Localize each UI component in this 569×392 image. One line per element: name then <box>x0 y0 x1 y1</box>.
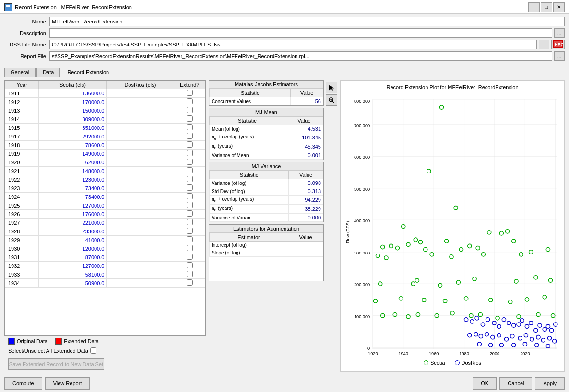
cancel-button[interactable]: Cancel <box>499 377 532 390</box>
tab-data[interactable]: Data <box>36 68 60 77</box>
ok-button[interactable]: OK <box>473 377 497 390</box>
extend-checkbox[interactable] <box>187 236 193 242</box>
extend-checkbox[interactable] <box>187 184 193 191</box>
cell-scotia: 73400.0 <box>39 184 107 193</box>
extend-checkbox[interactable] <box>187 176 193 182</box>
extend-checkbox[interactable] <box>187 90 193 96</box>
extend-checkbox[interactable] <box>187 279 193 286</box>
form-area: Name: Description: ... DSS File Name: ..… <box>0 14 569 66</box>
table-row: 1927 221000.0 <box>5 219 205 227</box>
extend-checkbox[interactable] <box>187 107 193 113</box>
extend-checkbox[interactable] <box>187 167 193 173</box>
mean-value-header: Value <box>285 117 323 125</box>
cell-extend[interactable] <box>174 201 205 210</box>
cell-extend[interactable] <box>174 141 205 150</box>
extend-checkbox[interactable] <box>187 271 193 277</box>
extend-checkbox[interactable] <box>187 133 193 139</box>
cell-extend[interactable] <box>174 106 205 115</box>
view-report-button[interactable]: View Report <box>45 377 90 390</box>
extend-checkbox[interactable] <box>187 193 193 199</box>
description-browse-button[interactable]: ... <box>554 28 565 38</box>
cell-extend[interactable] <box>174 219 205 227</box>
cell-extend[interactable] <box>174 262 205 270</box>
table-row: 1931 87000.0 <box>5 253 205 262</box>
report-input[interactable] <box>49 51 552 61</box>
mean-stat-header: Statistic <box>210 117 285 125</box>
report-row: Report File: ... <box>4 51 565 61</box>
extend-checkbox[interactable] <box>187 98 193 104</box>
cell-extend[interactable] <box>174 279 205 288</box>
tab-general[interactable]: General <box>4 68 36 77</box>
table-row: 1928 233000.0 <box>5 227 205 236</box>
select-all-checkbox[interactable] <box>90 347 96 354</box>
cell-dosrios <box>107 89 174 98</box>
cell-dosrios <box>107 132 174 141</box>
cell-dosrios <box>107 158 174 167</box>
ne2-value: 38.229 <box>289 205 323 214</box>
tab-record-extension[interactable]: Record Extension <box>61 68 115 77</box>
close-button[interactable]: ✕ <box>553 2 565 12</box>
cell-year: 1928 <box>5 227 39 236</box>
cell-extend[interactable] <box>174 236 205 244</box>
extend-checkbox[interactable] <box>187 262 193 268</box>
cell-extend[interactable] <box>174 193 205 201</box>
extend-checkbox[interactable] <box>187 219 193 225</box>
extend-checkbox[interactable] <box>187 159 193 165</box>
zoom-tool-button[interactable] <box>326 94 337 106</box>
mean-log-label: Mean (of log) <box>210 125 285 133</box>
compute-button[interactable]: Compute <box>4 377 42 390</box>
extend-checkbox[interactable] <box>187 210 193 217</box>
cell-extend[interactable] <box>174 150 205 158</box>
cell-extend[interactable] <box>174 244 205 253</box>
report-browse-button[interactable]: ... <box>554 51 565 61</box>
cell-extend[interactable] <box>174 115 205 124</box>
cell-scotia: 170000.0 <box>39 98 107 106</box>
cell-dosrios <box>107 115 174 124</box>
cell-year: 1933 <box>5 270 39 279</box>
cell-extend[interactable] <box>174 124 205 132</box>
dss-input[interactable] <box>49 40 537 49</box>
cell-extend[interactable] <box>174 167 205 175</box>
cell-extend[interactable] <box>174 132 205 141</box>
legend-original-label: Original Data <box>17 338 47 344</box>
apply-button[interactable]: Apply <box>535 377 565 390</box>
extend-checkbox[interactable] <box>187 124 193 130</box>
table-row: 1911 136000.0 <box>5 89 205 98</box>
extend-checkbox[interactable] <box>187 228 193 234</box>
extend-checkbox[interactable] <box>187 115 193 122</box>
mj-mean-title: MJ-Mean <box>209 108 323 116</box>
save-button[interactable]: Save Extended Record to New Data Set <box>8 358 104 370</box>
cell-extend[interactable] <box>174 253 205 262</box>
cell-extend[interactable] <box>174 89 205 98</box>
name-input[interactable] <box>49 17 565 26</box>
chart-area: 0 100,000 200,000 300,000 400,000 500,00… <box>344 92 560 358</box>
cell-scotia: 309000.0 <box>39 115 107 124</box>
cell-extend[interactable] <box>174 175 205 184</box>
select-tool-button[interactable] <box>326 82 337 93</box>
title-bar-left: Record Extension - MFEelRiver_RecordExte… <box>4 3 132 11</box>
std-dev-label: Std Dev (of log) <box>210 187 289 196</box>
cell-scotia: 149000.0 <box>39 150 107 158</box>
cell-scotia: 233000.0 <box>39 227 107 236</box>
cell-extend[interactable] <box>174 184 205 193</box>
cell-scotia: 176000.0 <box>39 210 107 219</box>
cell-scotia: 58100.0 <box>39 270 107 279</box>
cell-extend[interactable] <box>174 98 205 106</box>
dss-browse-button[interactable]: ... <box>539 40 549 49</box>
cell-extend[interactable] <box>174 158 205 167</box>
cell-extend[interactable] <box>174 270 205 279</box>
extend-checkbox[interactable] <box>187 202 193 208</box>
maximize-button[interactable]: □ <box>541 2 552 12</box>
extend-checkbox[interactable] <box>187 254 193 260</box>
cell-extend[interactable] <box>174 210 205 219</box>
table-scroll[interactable]: Year Scotia (cfs) DosRios (cfs) Extend? … <box>5 81 205 335</box>
extend-checkbox[interactable] <box>187 141 193 148</box>
dss-icon-button[interactable]: HEC <box>551 40 565 49</box>
description-input[interactable] <box>49 28 552 38</box>
report-label: Report File: <box>4 53 47 59</box>
extend-checkbox[interactable] <box>187 150 193 156</box>
minimize-button[interactable]: − <box>528 2 540 12</box>
mj-mean-table: Statistic Value Mean (of log) 4.531 ne +… <box>209 116 323 160</box>
extend-checkbox[interactable] <box>187 245 193 251</box>
cell-extend[interactable] <box>174 227 205 236</box>
